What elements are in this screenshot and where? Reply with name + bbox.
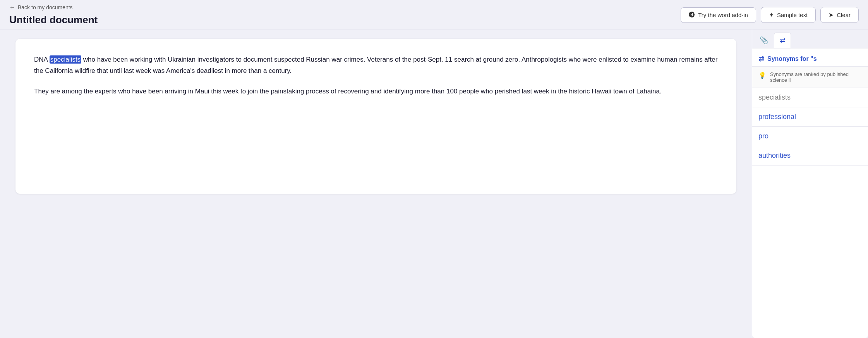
paragraph-1-rest: who have been working with Ukrainian inv… [34,56,717,74]
synonyms-header-text: Synonyms for "s [767,55,817,62]
synonym-word-pro: pro [758,132,769,140]
document-title: Untitled document [9,14,98,26]
sample-text-button[interactable]: ✦ Sample text [761,7,816,23]
paragraph-2: They are among the experts who have been… [34,86,718,97]
synonyms-header: ⇄ Synonyms for "s [752,48,868,67]
clear-button[interactable]: ➤ Clear [820,7,859,23]
sidebar-tabs: 📎 ⇄ [752,29,868,48]
clear-label: Clear [837,12,851,18]
synonyms-info-text: Synonyms are ranked by published science… [770,71,862,83]
synonyms-panel: Synonyms ⇄ Synonyms for "s 💡 Synonyms ar… [752,48,868,338]
synonym-word-authorities: authorities [758,152,791,159]
paragraph-1: DNA specialists who have been working wi… [34,54,718,77]
synonyms-info: 💡 Synonyms are ranked by published scien… [752,67,868,88]
synonyms-tab-icon: ⇄ [780,36,786,45]
back-arrow-icon: ← [9,4,15,11]
synonym-item-authorities[interactable]: authorities [752,146,868,166]
synonyms-tab[interactable]: ⇄ [774,33,791,48]
try-word-addon-button[interactable]: 🅦 Try the word add-in [681,7,756,23]
app-header: ← Back to my documents Untitled document… [0,0,868,29]
back-link[interactable]: ← Back to my documents [9,4,98,11]
header-actions: 🅦 Try the word add-in ✦ Sample text ➤ Cl… [681,7,859,23]
try-word-addon-label: Try the word add-in [698,12,748,18]
synonym-word-professional: professional [758,113,796,121]
synonym-word-specialists: specialists [758,93,791,101]
document-card: DNA specialists who have been working wi… [15,39,736,194]
pin-icon: 📎 [760,36,768,45]
sidebar: 📎 ⇄ Synonyms ⇄ Synonyms for "s 💡 Synonym… [752,29,868,338]
word-icon: 🅦 [689,12,695,19]
sample-text-label: Sample text [777,12,808,18]
synonyms-header-icon: ⇄ [758,55,764,63]
synonym-item-specialists[interactable]: specialists [752,88,868,107]
synonym-item-professional[interactable]: professional [752,107,868,127]
main-content: DNA specialists who have been working wi… [0,29,868,338]
synonym-item-pro[interactable]: pro [752,127,868,146]
info-icon: 💡 [758,72,766,79]
header-left: ← Back to my documents Untitled document [9,4,98,26]
sample-text-icon: ✦ [769,11,774,19]
highlighted-word[interactable]: specialists [50,55,81,64]
pin-tab[interactable]: 📎 [755,33,772,48]
document-area: DNA specialists who have been working wi… [0,29,752,338]
clear-icon: ➤ [829,11,834,19]
back-link-label: Back to my documents [18,4,73,10]
document-text: DNA specialists who have been working wi… [34,54,718,97]
